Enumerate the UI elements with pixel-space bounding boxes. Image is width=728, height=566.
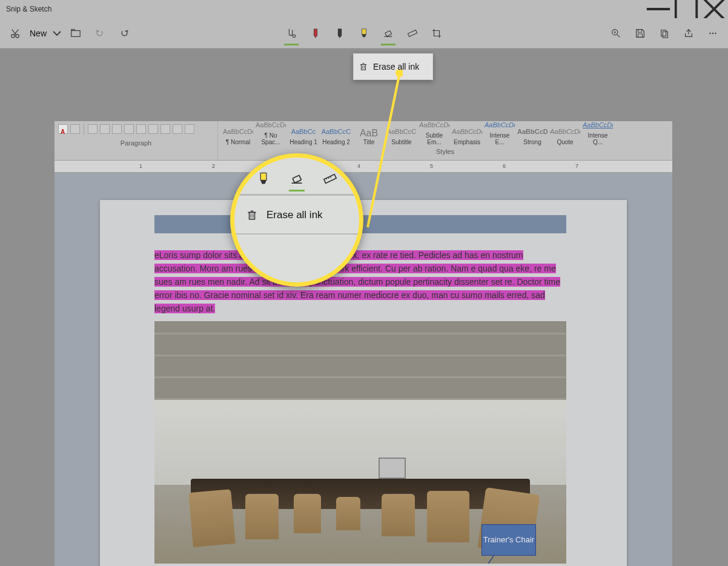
svg-marker-13 bbox=[362, 35, 366, 38]
svg-rect-29 bbox=[362, 65, 366, 70]
svg-marker-37 bbox=[260, 180, 266, 184]
minimize-button[interactable] bbox=[644, 0, 672, 18]
callout-label: Trainer's Chair bbox=[481, 524, 536, 556]
close-button[interactable] bbox=[700, 0, 728, 18]
new-dropdown-button[interactable] bbox=[50, 21, 64, 45]
mag-highlighter-icon bbox=[254, 170, 273, 188]
svg-line-28 bbox=[475, 556, 494, 564]
trash-icon bbox=[354, 62, 373, 71]
svg-rect-40 bbox=[324, 175, 336, 184]
crop-button[interactable] bbox=[425, 21, 449, 45]
word-page: eLoris sump dolor sits amen, esu bib dum… bbox=[100, 200, 627, 566]
app-title: Snip & Sketch bbox=[6, 5, 51, 13]
svg-rect-14 bbox=[385, 31, 392, 37]
svg-rect-23 bbox=[661, 30, 666, 36]
svg-marker-11 bbox=[338, 29, 341, 38]
new-snip-button[interactable] bbox=[3, 21, 27, 45]
touch-writing-button[interactable] bbox=[279, 21, 303, 45]
canvas-area[interactable]: A Paragraph AaBbCcDc¶ Normal AaBbCcDc¶ N… bbox=[0, 48, 728, 566]
new-label[interactable]: New bbox=[30, 28, 47, 38]
svg-rect-21 bbox=[638, 30, 641, 33]
svg-rect-44 bbox=[250, 213, 255, 219]
mag-trash-icon bbox=[243, 210, 260, 221]
styles-gallery: AaBbCcDc¶ Normal AaBbCcDc¶ No Spac... Aa… bbox=[218, 121, 672, 145]
undo-button[interactable] bbox=[88, 21, 112, 45]
word-ribbon: A Paragraph AaBbCcDc¶ Normal AaBbCcDc¶ N… bbox=[55, 121, 672, 161]
word-ruler: 1 2 3 4 5 6 7 bbox=[55, 161, 672, 173]
svg-rect-1 bbox=[676, 0, 697, 19]
paragraph-group-label: Paragraph bbox=[55, 137, 217, 147]
open-file-button[interactable] bbox=[64, 21, 88, 45]
redo-button[interactable] bbox=[112, 21, 136, 45]
svg-point-27 bbox=[715, 33, 716, 34]
mag-eraser-icon bbox=[288, 170, 306, 188]
svg-point-26 bbox=[712, 33, 713, 34]
mag-erase-all-ink-item[interactable]: Erase all ink bbox=[243, 209, 350, 221]
drawing-tools bbox=[279, 18, 449, 48]
eraser-button[interactable] bbox=[376, 21, 400, 45]
highlighted-paragraph: eLoris sump dolor sits amen, esu bib dum… bbox=[154, 248, 566, 315]
svg-rect-38 bbox=[293, 175, 301, 183]
svg-marker-10 bbox=[314, 29, 317, 38]
save-button[interactable] bbox=[628, 21, 652, 45]
maximize-button[interactable] bbox=[672, 0, 700, 18]
svg-rect-12 bbox=[362, 29, 366, 35]
copy-button[interactable] bbox=[652, 21, 677, 45]
ruler-button[interactable] bbox=[400, 21, 425, 45]
captured-screenshot: A Paragraph AaBbCcDc¶ Normal AaBbCcDc¶ N… bbox=[55, 121, 672, 566]
titlebar: Snip & Sketch bbox=[0, 0, 728, 18]
share-button[interactable] bbox=[677, 21, 701, 45]
zoom-button[interactable] bbox=[604, 21, 628, 45]
conference-room-image: Trainer's Chair bbox=[154, 321, 566, 564]
svg-point-25 bbox=[709, 33, 710, 34]
highlighter-button[interactable] bbox=[352, 21, 376, 45]
erase-all-ink-item[interactable]: Erase all ink bbox=[373, 62, 419, 72]
pencil-button[interactable] bbox=[328, 21, 352, 45]
more-button[interactable] bbox=[701, 21, 725, 45]
svg-point-9 bbox=[293, 35, 296, 38]
svg-rect-16 bbox=[408, 30, 417, 37]
mag-ruler-icon bbox=[321, 170, 339, 188]
svg-rect-36 bbox=[260, 173, 266, 180]
ballpoint-pen-button[interactable] bbox=[303, 21, 328, 45]
svg-rect-22 bbox=[638, 34, 642, 37]
erase-context-menu: Erase all ink bbox=[353, 53, 433, 80]
svg-rect-24 bbox=[663, 32, 667, 38]
magnifier-callout: Erase all ink bbox=[230, 153, 363, 287]
svg-rect-8 bbox=[71, 30, 80, 36]
right-tools bbox=[604, 18, 725, 48]
svg-line-18 bbox=[617, 35, 620, 38]
